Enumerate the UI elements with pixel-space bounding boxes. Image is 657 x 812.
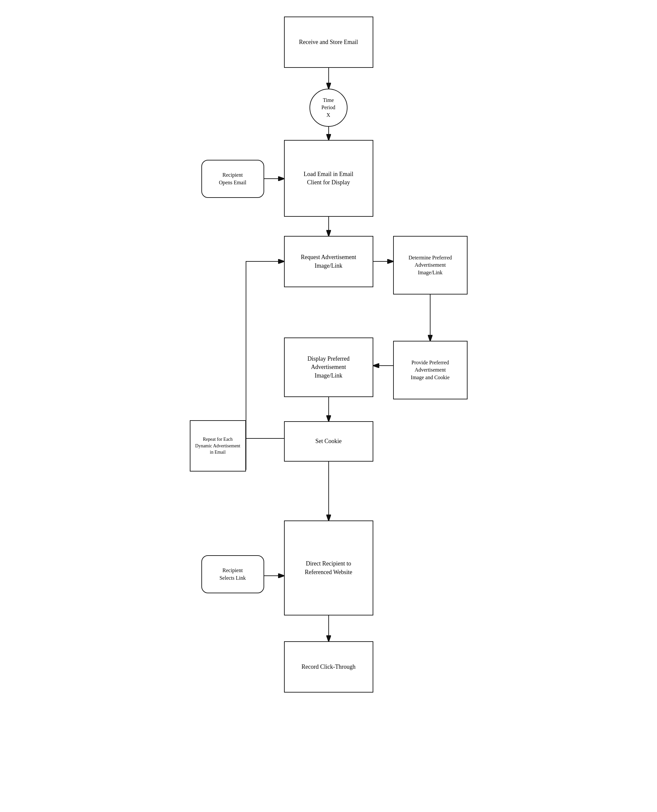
direct-recipient-box: Direct Recipient to Referenced Website: [284, 520, 373, 615]
record-click-box: Record Click-Through: [284, 641, 373, 693]
set-cookie-box: Set Cookie: [284, 421, 373, 462]
request-ad-box: Request Advertisement Image/Link: [284, 236, 373, 287]
flowchart-diagram: Receive and Store Email Time Period X Re…: [180, 6, 478, 735]
receive-store-email-box: Receive and Store Email: [284, 17, 373, 68]
time-period-circle: Time Period X: [310, 89, 347, 127]
provide-preferred-box: Provide Preferred Advertisement Image an…: [393, 341, 467, 400]
display-preferred-box: Display Preferred Advertisement Image/Li…: [284, 337, 373, 397]
repeat-each-box: Repeat for Each Dynamic Advertisement in…: [190, 420, 246, 472]
load-email-box: Load Email in Email Client for Display: [284, 140, 373, 217]
recipient-selects-link-box: Recipient Selects Link: [201, 555, 264, 593]
recipient-opens-email-box: Recipient Opens Email: [201, 160, 264, 198]
determine-preferred-box: Determine Preferred Advertisement Image/…: [393, 236, 467, 295]
